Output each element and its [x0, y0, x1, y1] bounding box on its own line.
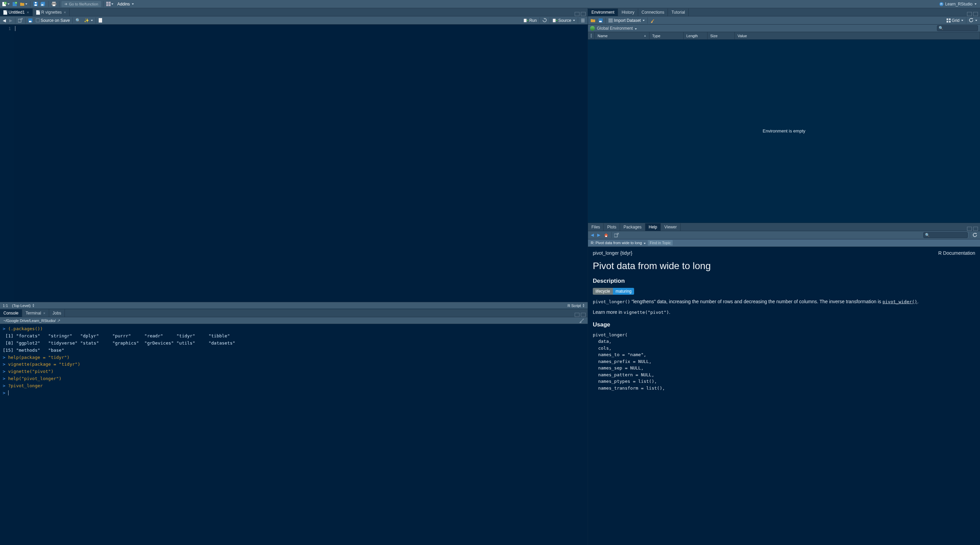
env-tab[interactable]: History	[618, 8, 638, 16]
env-tab[interactable]: Connections	[638, 8, 668, 16]
close-icon[interactable]: ×	[27, 10, 29, 14]
svg-rect-33	[947, 21, 948, 22]
back-button[interactable]: ◀	[2, 17, 6, 24]
editor-cursor	[15, 26, 15, 31]
clear-console-icon[interactable]	[579, 318, 584, 323]
forward-button[interactable]: ▶	[8, 17, 13, 24]
help-tab[interactable]: Help	[645, 223, 661, 231]
help-home-button[interactable]	[603, 232, 609, 238]
working-directory[interactable]: ~/Google Drive/Learn_RStudio/	[3, 319, 56, 323]
import-dataset-button[interactable]: Import Dataset	[608, 17, 645, 24]
run-button[interactable]: Run	[523, 17, 538, 24]
scope-selector[interactable]: Global Environment	[597, 26, 637, 31]
help-search-input[interactable]	[931, 233, 958, 237]
environment-search-input[interactable]	[945, 26, 972, 30]
close-icon[interactable]: ×	[43, 311, 45, 315]
help-content[interactable]: pivot_longer {tidyr} R Documentation Piv…	[588, 247, 980, 545]
print-button[interactable]	[51, 1, 57, 7]
popout-icon[interactable]: ↗	[57, 318, 60, 323]
goto-file-function[interactable]: Go to file/function	[62, 1, 101, 7]
help-breadcrumb-bar: R: Pivot data from wide to long Find in …	[588, 239, 980, 247]
view-mode-button[interactable]: Grid	[946, 17, 964, 24]
env-column-header[interactable]: Value	[735, 32, 980, 39]
open-file-button[interactable]	[19, 1, 28, 7]
wand-icon: ✨	[84, 18, 89, 23]
help-section-usage: Usage	[593, 321, 975, 328]
refresh-button[interactable]	[968, 17, 978, 24]
help-search[interactable]: 🔍	[923, 232, 968, 238]
close-icon[interactable]: ×	[64, 10, 66, 14]
filetype-selector[interactable]: R Script ▲▼	[568, 303, 585, 308]
maximize-pane-icon[interactable]	[581, 313, 585, 317]
help-tab[interactable]: Packages	[620, 223, 645, 231]
new-project-button[interactable]	[12, 1, 18, 7]
help-tab[interactable]: Plots	[604, 223, 620, 231]
panes-button[interactable]	[105, 1, 114, 7]
save-icon	[28, 18, 32, 22]
find-replace-button[interactable]: 🔍	[75, 17, 81, 24]
environment-body: Environment is empty	[588, 40, 980, 222]
find-in-topic[interactable]: Find in Topic	[648, 240, 673, 246]
help-forward-button[interactable]: ▶	[597, 232, 601, 238]
outline-button[interactable]	[580, 17, 585, 24]
minimize-pane-icon[interactable]	[575, 313, 579, 317]
minimize-pane-icon[interactable]	[575, 12, 579, 16]
env-tab[interactable]: Tutorial	[668, 8, 689, 16]
help-breadcrumb[interactable]: R: Pivot data from wide to long	[591, 241, 646, 245]
checkbox-icon	[36, 18, 40, 22]
console-tab[interactable]: Console	[0, 309, 22, 317]
addins-menu[interactable]: Addins	[115, 2, 136, 6]
env-column-header[interactable]: Name ▲	[595, 32, 649, 39]
environment-table-header: Name ▲TypeLengthSizeValue	[588, 32, 980, 40]
minimize-pane-icon[interactable]	[967, 12, 972, 16]
maximize-pane-icon[interactable]	[973, 12, 978, 16]
help-tab[interactable]: Files	[588, 223, 604, 231]
help-doc-topic: pivot_longer {tidyr}	[593, 250, 632, 256]
source-icon	[553, 18, 557, 22]
maximize-pane-icon[interactable]	[973, 227, 978, 231]
clear-workspace-button[interactable]	[650, 17, 656, 24]
save-workspace-button[interactable]	[598, 17, 603, 24]
gutter: 1	[0, 25, 14, 302]
env-tab[interactable]: Environment	[588, 8, 618, 16]
help-back-button[interactable]: ◀	[590, 232, 595, 238]
env-column-header[interactable]: Length	[684, 32, 708, 39]
help-tab[interactable]: Viewer	[661, 223, 680, 231]
cursor-position[interactable]: 1:1	[3, 303, 8, 308]
save-icon	[598, 18, 603, 22]
source-button[interactable]: Source	[552, 17, 576, 24]
globe-icon	[590, 26, 595, 31]
home-icon	[604, 233, 608, 237]
help-refresh-button[interactable]	[972, 232, 978, 238]
source-tab[interactable]: Untitled1×	[0, 8, 33, 16]
compile-report-button[interactable]	[98, 17, 103, 24]
code-tools-button[interactable]: ✨	[83, 17, 94, 24]
checkbox-icon[interactable]	[591, 34, 592, 38]
source-editor[interactable]: 1	[0, 25, 588, 302]
scope-selector[interactable]: (Top Level) ▲▼	[12, 303, 35, 308]
pivot-wider-link[interactable]: pivot_wider()	[882, 299, 917, 304]
rerun-icon	[542, 18, 547, 22]
source-on-save-toggle[interactable]: Source on Save	[35, 17, 70, 24]
console-tab[interactable]: Jobs	[49, 309, 65, 317]
sort-icon: ▲	[644, 34, 646, 37]
save-source-button[interactable]	[28, 17, 33, 24]
env-column-header[interactable]: Type	[649, 32, 684, 39]
env-column-header[interactable]: Size	[708, 32, 735, 39]
save-all-button[interactable]	[40, 1, 46, 7]
maximize-pane-icon[interactable]	[581, 12, 585, 16]
show-in-new-window-button[interactable]	[18, 17, 23, 24]
load-workspace-button[interactable]	[590, 17, 596, 24]
source-tab[interactable]: R vignettes×	[33, 8, 70, 16]
console-tab[interactable]: Terminal×	[22, 309, 49, 317]
svg-rect-31	[947, 18, 948, 20]
new-file-button[interactable]	[2, 1, 10, 7]
project-menu[interactable]: R Learn_RStudio	[937, 2, 978, 6]
updown-icon: ▲▼	[582, 303, 585, 308]
environment-search[interactable]: 🔍	[937, 25, 978, 31]
help-popout-button[interactable]	[614, 232, 619, 238]
minimize-pane-icon[interactable]	[967, 227, 972, 231]
save-button[interactable]	[32, 1, 38, 7]
console-output[interactable]: > (.packages()) [1] "forcats" "stringr" …	[0, 324, 588, 545]
rerun-button[interactable]	[542, 17, 548, 24]
